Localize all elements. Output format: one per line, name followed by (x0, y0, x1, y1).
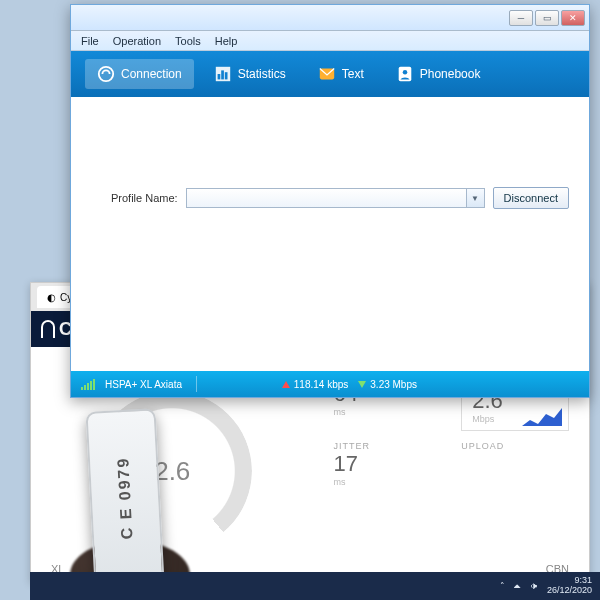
sound-icon[interactable]: 🕩 (530, 581, 539, 591)
content-area: Profile Name: ▼ Disconnect (71, 97, 589, 371)
gauge-reading: 2.6 (154, 456, 190, 487)
jitter-label: JITTER (334, 441, 442, 451)
chevron-down-icon[interactable]: ▼ (466, 189, 484, 207)
jitter-unit: ms (334, 477, 442, 487)
upload-speed: 118.14 kbps (282, 379, 349, 390)
profile-combo[interactable]: ▼ (186, 188, 485, 208)
ping-unit: ms (334, 407, 442, 417)
brand-icon (41, 320, 55, 338)
stat-upload: UPLOAD (461, 441, 569, 487)
arrow-up-icon (282, 381, 290, 388)
download-sparkline-icon (522, 406, 562, 426)
svg-rect-4 (221, 70, 224, 79)
svg-rect-3 (217, 74, 220, 79)
tab-phonebook[interactable]: Phonebook (384, 59, 493, 89)
upload-label: UPLOAD (461, 441, 569, 451)
menubar: File Operation Tools Help (71, 31, 589, 51)
profile-label: Profile Name: (111, 192, 178, 204)
download-speed-value: 3.23 Mbps (370, 379, 417, 390)
svg-point-1 (99, 67, 113, 81)
tab-connection[interactable]: Connection (85, 59, 194, 89)
svg-rect-5 (225, 72, 228, 79)
tab-statistics[interactable]: Statistics (202, 59, 298, 89)
arrow-down-icon (358, 381, 366, 388)
statistics-icon (214, 65, 232, 83)
windows-taskbar[interactable]: ˄ ⏶ 🕩 9:31 26/12/2020 (30, 572, 600, 600)
system-tray[interactable]: ˄ ⏶ 🕩 9:31 26/12/2020 (500, 576, 592, 596)
clock[interactable]: 9:31 26/12/2020 (547, 576, 592, 596)
tab-text[interactable]: Text (306, 59, 376, 89)
tab-phonebook-label: Phonebook (420, 67, 481, 81)
dongle-label: C E 0979 (114, 456, 136, 540)
tab-favicon: ◐ (47, 292, 56, 303)
disconnect-button[interactable]: Disconnect (493, 187, 569, 209)
window-controls: ─ ▭ ✕ (509, 10, 585, 26)
minimize-button[interactable]: ─ (509, 10, 533, 26)
titlebar[interactable]: ─ ▭ ✕ (71, 5, 589, 31)
upload-speed-value: 118.14 kbps (294, 379, 349, 390)
tab-connection-label: Connection (121, 67, 182, 81)
menu-operation[interactable]: Operation (113, 35, 161, 47)
svg-point-8 (403, 70, 408, 75)
wifi-icon[interactable]: ⏶ (513, 581, 522, 591)
statusbar: HSPA+ XL Axiata 118.14 kbps 3.23 Mbps (71, 371, 589, 397)
menu-file[interactable]: File (81, 35, 99, 47)
connection-icon (97, 65, 115, 83)
maximize-button[interactable]: ▭ (535, 10, 559, 26)
chevron-up-icon[interactable]: ˄ (500, 581, 505, 591)
jitter-value: 17 (334, 451, 442, 477)
stat-jitter: JITTER 17 ms (334, 441, 442, 487)
tab-statistics-label: Statistics (238, 67, 286, 81)
separator (196, 376, 197, 392)
tab-text-label: Text (342, 67, 364, 81)
menu-tools[interactable]: Tools (175, 35, 201, 47)
close-button[interactable]: ✕ (561, 10, 585, 26)
text-icon (318, 65, 336, 83)
tabbar: Connection Statistics Text Phonebook (71, 51, 589, 97)
network-name: HSPA+ XL Axiata (105, 379, 182, 390)
usb-modem-dongle: C E 0979 (85, 408, 164, 586)
gauge-value: 2.6 (154, 456, 190, 487)
signal-icon (81, 378, 95, 390)
date: 26/12/2020 (547, 586, 592, 596)
phonebook-icon (396, 65, 414, 83)
profile-row: Profile Name: ▼ Disconnect (111, 187, 569, 209)
modem-app-window: ─ ▭ ✕ File Operation Tools Help Connecti… (70, 4, 590, 398)
download-speed: 3.23 Mbps (358, 379, 417, 390)
menu-help[interactable]: Help (215, 35, 238, 47)
svg-marker-0 (522, 408, 562, 426)
